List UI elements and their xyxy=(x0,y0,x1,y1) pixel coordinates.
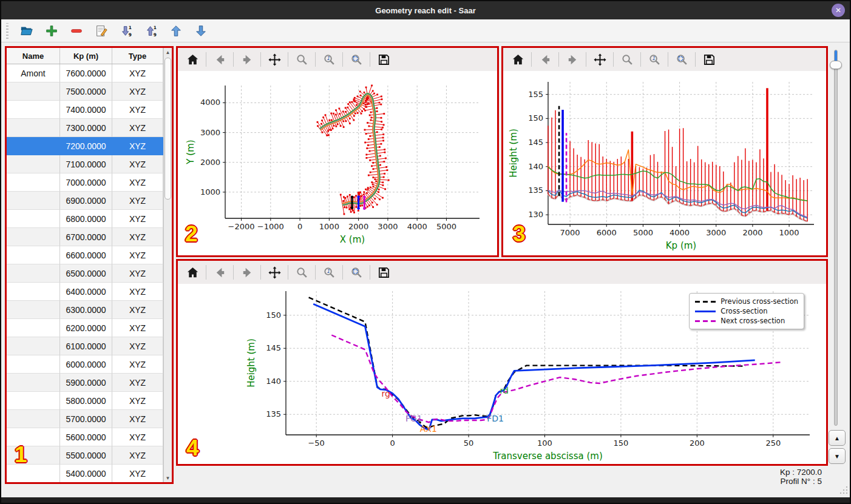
profile-down-button[interactable]: ▼ xyxy=(829,448,846,464)
table-cell[interactable]: XYZ xyxy=(112,173,163,192)
table-cell[interactable]: 6300.0000 xyxy=(60,301,112,319)
table-scrollbar[interactable]: ▲ ▼ xyxy=(163,48,172,482)
table-cell[interactable] xyxy=(7,465,60,482)
table-cell[interactable] xyxy=(7,301,60,319)
zoom-one-icon[interactable]: 1 xyxy=(320,264,337,281)
table-cell[interactable]: 6900.0000 xyxy=(60,192,112,210)
pan-icon[interactable] xyxy=(266,264,283,281)
toolbar-drag-handle[interactable] xyxy=(6,23,8,39)
open-icon[interactable] xyxy=(19,23,35,39)
table-cell[interactable]: XYZ xyxy=(112,392,163,410)
save-icon[interactable] xyxy=(375,264,392,281)
table-cell[interactable]: XYZ xyxy=(112,465,163,482)
table-cell[interactable] xyxy=(7,192,60,210)
table-cell[interactable]: XYZ xyxy=(112,246,163,264)
table-cell[interactable]: XYZ xyxy=(112,210,163,228)
home-icon[interactable] xyxy=(509,51,526,68)
header-kp[interactable]: Kp (m) xyxy=(60,48,112,64)
table-cell[interactable]: XYZ xyxy=(112,355,163,374)
zoom-icon[interactable] xyxy=(293,264,310,281)
zoom-icon[interactable] xyxy=(293,51,310,68)
table-cell[interactable]: XYZ xyxy=(112,410,163,428)
table-row[interactable]: 5600.0000XYZ xyxy=(7,428,163,446)
table-cell[interactable]: 5800.0000 xyxy=(60,392,112,410)
table-cell[interactable] xyxy=(7,264,60,283)
table-cell[interactable]: XYZ xyxy=(112,264,163,283)
table-row[interactable]: 7300.0000XYZ xyxy=(7,119,163,137)
back-icon[interactable] xyxy=(211,264,228,281)
table-cell[interactable]: XYZ xyxy=(112,192,163,210)
scrollbar-thumb[interactable] xyxy=(164,58,171,200)
home-icon[interactable] xyxy=(184,264,201,281)
table-cell[interactable]: 6200.0000 xyxy=(60,319,112,337)
zoom-icon[interactable] xyxy=(619,51,636,68)
table-cell[interactable]: Amont xyxy=(7,64,60,82)
table-cell[interactable]: XYZ xyxy=(112,337,163,355)
table-cell[interactable]: XYZ xyxy=(112,319,163,337)
table-row[interactable]: Amont7600.0000XYZ xyxy=(7,64,163,82)
table-row[interactable]: 5900.0000XYZ xyxy=(7,374,163,392)
table-row[interactable]: 7400.0000XYZ xyxy=(7,101,163,119)
table-row[interactable]: 5400.0000XYZ xyxy=(7,465,163,482)
table-cell[interactable] xyxy=(7,410,60,428)
move-up-icon[interactable] xyxy=(168,23,184,39)
table-cell[interactable]: 5700.0000 xyxy=(60,410,112,428)
table-cell[interactable] xyxy=(7,119,60,137)
table-cell[interactable] xyxy=(7,337,60,355)
forward-icon[interactable] xyxy=(239,264,256,281)
table-row[interactable]: 6700.0000XYZ xyxy=(7,228,163,246)
remove-icon[interactable] xyxy=(69,23,84,39)
header-type[interactable]: Type xyxy=(112,48,163,64)
table-row[interactable]: 6800.0000XYZ xyxy=(7,210,163,228)
slider-handle[interactable] xyxy=(830,61,842,69)
table-cell[interactable]: XYZ xyxy=(112,428,163,446)
edit-icon[interactable] xyxy=(93,23,109,39)
table-cell[interactable]: 6400.0000 xyxy=(60,283,112,301)
table-row[interactable]: 6300.0000XYZ xyxy=(7,301,163,319)
sort-asc-icon[interactable]: 19 xyxy=(143,23,159,39)
table-cell[interactable]: 5500.0000 xyxy=(60,446,112,465)
table-cell[interactable]: 6100.0000 xyxy=(60,337,112,355)
save-icon[interactable] xyxy=(700,51,717,68)
table-cell[interactable]: 6000.0000 xyxy=(60,355,112,374)
table-cell[interactable] xyxy=(7,82,60,101)
forward-icon[interactable] xyxy=(564,51,581,68)
table-row[interactable]: 7500.0000XYZ xyxy=(7,82,163,101)
table-cell[interactable]: XYZ xyxy=(112,137,163,155)
table-cell[interactable]: 6600.0000 xyxy=(60,246,112,264)
move-down-icon[interactable] xyxy=(193,23,209,39)
close-icon[interactable]: ✕ xyxy=(832,4,845,17)
table-cell[interactable] xyxy=(7,319,60,337)
profile-position-slider[interactable] xyxy=(834,50,838,426)
table-cell[interactable]: 5900.0000 xyxy=(60,374,112,392)
table-cell[interactable]: 7400.0000 xyxy=(60,101,112,119)
pan-icon[interactable] xyxy=(266,51,283,68)
table-row[interactable]: 6200.0000XYZ xyxy=(7,319,163,337)
table-row[interactable]: 5800.0000XYZ xyxy=(7,392,163,410)
table-row[interactable]: 7100.0000XYZ xyxy=(7,155,163,173)
table-cell[interactable]: XYZ xyxy=(112,228,163,246)
table-row[interactable]: 6900.0000XYZ xyxy=(7,192,163,210)
table-cell[interactable]: XYZ xyxy=(112,155,163,173)
table-cell[interactable]: XYZ xyxy=(112,119,163,137)
table-cell[interactable]: 6500.0000 xyxy=(60,264,112,283)
zoom-one-icon[interactable]: 1 xyxy=(646,51,663,68)
sort-desc-icon[interactable]: 19 xyxy=(118,23,134,39)
table-cell[interactable]: XYZ xyxy=(112,301,163,319)
table-cell[interactable]: 6800.0000 xyxy=(60,210,112,228)
table-cell[interactable]: XYZ xyxy=(112,101,163,119)
table-cell[interactable]: 7300.0000 xyxy=(60,119,112,137)
table-cell[interactable]: 7200.0000 xyxy=(60,137,112,155)
table-cell[interactable] xyxy=(7,355,60,374)
zoom-fit-icon[interactable] xyxy=(673,51,690,68)
table-cell[interactable]: XYZ xyxy=(112,82,163,101)
zoom-fit-icon[interactable] xyxy=(348,51,365,68)
add-icon[interactable] xyxy=(44,23,59,39)
zoom-fit-icon[interactable] xyxy=(348,264,365,281)
table-cell[interactable] xyxy=(7,374,60,392)
table-cell[interactable]: XYZ xyxy=(112,446,163,465)
table-cell[interactable]: 7000.0000 xyxy=(60,173,112,192)
profile-up-button[interactable]: ▲ xyxy=(829,430,846,446)
table-row[interactable]: 6100.0000XYZ xyxy=(7,337,163,355)
table-row[interactable]: 5500.0000XYZ xyxy=(7,446,163,465)
